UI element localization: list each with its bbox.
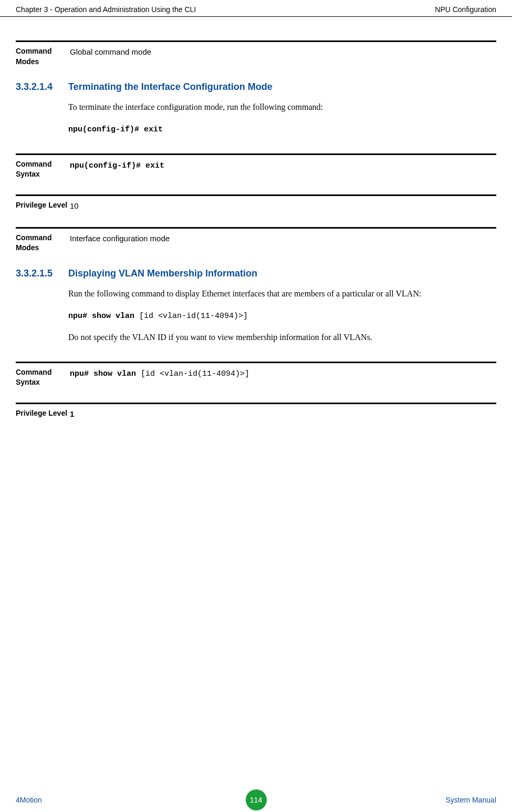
header-left: Chapter 3 - Operation and Administration… (16, 5, 196, 14)
row-value: 1 (68, 408, 496, 420)
row-label: Command Syntax (16, 367, 68, 388)
spacer (16, 393, 496, 403)
body-paragraph: Do not specify the VLAN ID if you want t… (68, 330, 496, 344)
spacer (16, 352, 496, 362)
body-command: npu# show vlan [id <vlan-id(11-4094)>] (68, 308, 496, 323)
page-header: Chapter 3 - Operation and Administration… (0, 0, 512, 17)
row-label: Privilege Level (16, 200, 68, 212)
row-value: Global command mode (68, 46, 496, 67)
syntax-rest: [id <vlan-id(11-4094)>] (141, 369, 249, 378)
header-right: NPU Configuration (435, 5, 496, 14)
command-modes-row-2: Command Modes Interface configuration mo… (16, 227, 496, 253)
footer-center: 114 (246, 789, 267, 810)
row-value: npu# show vlan [id <vlan-id(11-4094)>] (68, 367, 496, 388)
heading-title: Displaying VLAN Membership Information (68, 268, 496, 279)
row-value: Interface configuration mode (68, 233, 496, 253)
section-heading-1: 3.3.2.1.4 Terminating the Interface Conf… (16, 81, 496, 92)
body-command: npu(config-if)# exit (68, 121, 496, 137)
page-content: Command Modes Global command mode 3.3.2.… (0, 17, 512, 420)
heading-number: 3.3.2.1.4 (16, 81, 68, 92)
heading-number: 3.3.2.1.5 (16, 268, 68, 279)
row-label: Command Syntax (16, 159, 68, 180)
command-syntax-row-2: Command Syntax npu# show vlan [id <vlan-… (16, 362, 496, 388)
command-rest: [id <vlan-id(11-4094)>] (139, 312, 248, 321)
body-paragraph: To terminate the interface configuration… (68, 100, 496, 114)
row-label: Privilege Level (16, 408, 68, 420)
command-syntax-row-1: Command Syntax npu(config-if)# exit (16, 153, 496, 180)
command-modes-row-1: Command Modes Global command mode (16, 40, 496, 67)
row-label: Command Modes (16, 233, 68, 253)
spacer (16, 185, 496, 194)
command-text: npu(config-if)# exit (68, 125, 163, 134)
footer-left: 4Motion (16, 796, 42, 804)
page-number-badge: 114 (246, 789, 267, 810)
syntax-text: npu(config-if)# exit (70, 161, 164, 170)
command-bold: npu# show vlan (68, 312, 139, 321)
row-value: 10 (68, 200, 496, 212)
row-value: npu(config-if)# exit (68, 159, 496, 180)
spacer (16, 27, 496, 40)
row-label: Command Modes (16, 46, 68, 67)
page-footer: 4Motion 114 System Manual (0, 796, 512, 804)
spacer (16, 218, 496, 227)
body-paragraph: Run the following command to display Eth… (68, 286, 496, 301)
syntax-bold: npu# show vlan (70, 369, 141, 378)
section-heading-2: 3.3.2.1.5 Displaying VLAN Membership Inf… (16, 268, 496, 279)
privilege-level-row-2: Privilege Level 1 (16, 403, 496, 420)
privilege-level-row-1: Privilege Level 10 (16, 194, 496, 212)
privilege-value: 1 (70, 409, 74, 418)
spacer (16, 144, 496, 153)
footer-right: System Manual (446, 796, 496, 804)
heading-title: Terminating the Interface Configuration … (68, 81, 496, 92)
